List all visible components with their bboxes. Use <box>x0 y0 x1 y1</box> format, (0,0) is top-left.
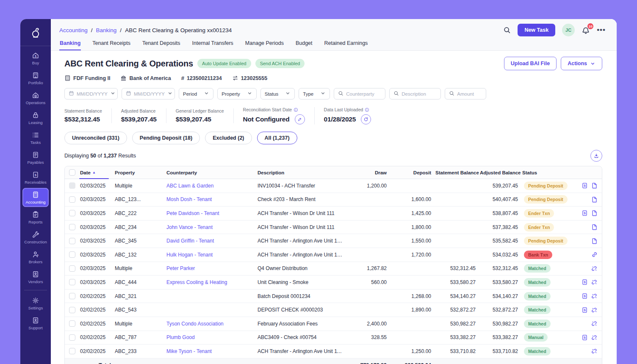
invoice-icon[interactable]: $ <box>582 210 588 216</box>
row-checkbox[interactable] <box>69 238 75 244</box>
breadcrumb-accounting[interactable]: Accounting <box>59 27 88 33</box>
row-checkbox[interactable] <box>69 279 75 285</box>
tab-internal-transfers[interactable]: Internal Transfers <box>192 38 234 50</box>
row-checkbox[interactable] <box>69 307 75 313</box>
invoice-icon[interactable]: $ <box>582 182 588 189</box>
sidebar-item-vendors[interactable]: Vendors <box>22 267 49 287</box>
refresh-upload-button[interactable] <box>361 114 371 124</box>
chip-unreconciled-331[interactable]: Unreconciled (331) <box>64 132 127 144</box>
avatar[interactable]: JC <box>562 24 575 36</box>
chip-excluded-2[interactable]: Excluded (2) <box>205 132 252 144</box>
sidebar-item-receivables[interactable]: $Receivables <box>22 168 49 187</box>
amount-search-input[interactable]: Amount <box>445 88 486 99</box>
cell-counterparty-link[interactable]: David Griffin - Tenant <box>166 238 258 244</box>
cell-counterparty-link[interactable]: Tyson Condo Association <box>166 321 258 327</box>
chip-all-1-237[interactable]: All (1,237) <box>257 132 297 144</box>
edit-reconciliation-button[interactable] <box>295 114 305 124</box>
select-all-checkbox[interactable] <box>69 169 75 176</box>
tab-tenant-receipts[interactable]: Tenant Receipts <box>92 38 131 50</box>
sidebar-item-buy[interactable]: $Buy <box>22 49 49 68</box>
sidebar-item-leasing[interactable]: Leasing <box>22 108 49 127</box>
tab-banking[interactable]: Banking <box>59 38 81 50</box>
unlink-icon[interactable] <box>591 320 598 327</box>
row-checkbox[interactable] <box>69 334 75 341</box>
description-search-input[interactable]: Description <box>389 88 441 99</box>
column-header-description[interactable]: Description <box>258 170 346 175</box>
unlink-icon[interactable] <box>591 293 598 299</box>
status-select[interactable]: Status <box>260 88 295 99</box>
row-checkbox[interactable] <box>69 210 75 216</box>
sidebar-item-construction[interactable]: Construction <box>22 228 49 247</box>
sidebar-item-reports[interactable]: Reports <box>22 208 49 227</box>
property-select[interactable]: Property <box>217 88 256 99</box>
row-checkbox[interactable] <box>69 348 75 354</box>
sidebar-item-tasks[interactable]: Tasks <box>22 128 49 147</box>
piggy-bank-logo[interactable] <box>20 19 51 46</box>
row-checkbox[interactable] <box>69 251 75 258</box>
breadcrumb-banking[interactable]: Banking <box>96 27 117 33</box>
column-header-counterparty[interactable]: Counterparty <box>166 170 258 175</box>
column-header-statement-balance[interactable]: Statement Balance <box>435 170 480 175</box>
cell-counterparty-link[interactable]: Mosh Dosh - Tenant <box>166 196 258 202</box>
unlink-icon[interactable] <box>591 279 598 285</box>
counterparty-search-input[interactable]: Counterparty <box>334 88 385 99</box>
column-header-property[interactable]: Property <box>115 170 166 175</box>
unlink-icon[interactable] <box>591 334 598 341</box>
tab-budget[interactable]: Budget <box>295 38 313 50</box>
date-from-filter[interactable]: MM/DD/YYYY <box>64 88 118 99</box>
invoice-icon[interactable]: $ <box>582 293 588 299</box>
search-icon[interactable] <box>503 26 511 34</box>
row-checkbox[interactable] <box>69 224 75 230</box>
row-checkbox[interactable] <box>69 196 75 203</box>
cell-adjusted-balance: 534,140.27 <box>480 293 522 299</box>
cell-counterparty-link[interactable]: Pete Davidson - Tenant <box>166 210 258 216</box>
cell-counterparty-link[interactable]: Peter Parker <box>166 265 258 271</box>
tab-retained-earnings[interactable]: Retained Earnings <box>324 38 368 50</box>
invoice-icon[interactable]: $ <box>582 307 588 313</box>
sidebar-item-support[interactable]: Support <box>22 314 49 333</box>
cell-counterparty-link[interactable]: John Vance - Tenant <box>166 224 258 230</box>
chip-pending-deposit-18[interactable]: Pending Deposit (18) <box>132 132 200 144</box>
unlink-icon[interactable] <box>591 265 598 272</box>
invoice-icon[interactable]: $ <box>582 334 588 341</box>
sidebar-item-portfolio[interactable]: Portfolio <box>22 69 49 88</box>
column-header-adjusted-balance[interactable]: Adjusted Balance <box>480 170 522 175</box>
column-header-deposit[interactable]: Deposit <box>391 170 435 175</box>
cell-counterparty-link[interactable]: Hulk Hogan - Tenant <box>166 252 258 258</box>
tab-tenant-deposits[interactable]: Tenant Deposits <box>142 38 181 50</box>
row-checkbox[interactable] <box>69 320 75 327</box>
upload-bai-file-button[interactable]: Upload BAI File <box>504 57 557 70</box>
actions-button[interactable]: Actions <box>561 57 602 70</box>
file-icon[interactable] <box>591 210 598 216</box>
notifications-button[interactable]: 10 <box>582 26 590 34</box>
column-header-date[interactable]: Date▲ <box>80 166 115 179</box>
sidebar-item-accounting[interactable]: Accounting <box>22 188 49 207</box>
more-menu-button[interactable]: ••• <box>597 26 606 34</box>
column-header-draw[interactable]: Draw <box>346 170 391 175</box>
sidebar-item-operations[interactable]: Operations <box>22 88 49 108</box>
sidebar-item-payables[interactable]: Payables <box>22 148 49 167</box>
unlink-icon[interactable] <box>591 348 598 354</box>
invoice-icon[interactable]: $ <box>582 279 588 285</box>
date-to-filter[interactable]: MM/DD/YYYY <box>122 88 175 99</box>
link-icon[interactable] <box>591 251 598 258</box>
sidebar-item-settings[interactable]: Settings <box>22 294 49 313</box>
file-icon[interactable] <box>591 182 598 189</box>
row-checkbox[interactable] <box>69 293 75 299</box>
type-select[interactable]: Type <box>299 88 330 99</box>
sidebar-item-brokers[interactable]: $Brokers <box>22 248 49 267</box>
download-results-button[interactable] <box>590 150 602 162</box>
tab-manage-periods[interactable]: Manage Periods <box>245 38 284 50</box>
unlink-icon[interactable] <box>591 307 598 313</box>
new-task-button[interactable]: New Task <box>518 24 555 36</box>
cell-counterparty-link[interactable]: Plumb Good <box>166 334 258 340</box>
row-checkbox[interactable] <box>69 265 75 272</box>
cell-counterparty-link[interactable]: Mike Tyson - Tenant <box>166 348 258 354</box>
cell-counterparty-link[interactable]: Express Cooling & Heating <box>166 279 258 285</box>
period-select[interactable]: Period <box>179 88 213 99</box>
cell-counterparty-link[interactable]: ABC Lawn & Garden <box>166 183 258 189</box>
column-header-status[interactable]: Status <box>522 170 576 175</box>
file-icon[interactable] <box>591 238 598 244</box>
file-icon[interactable] <box>591 196 598 203</box>
file-icon[interactable] <box>591 224 598 230</box>
